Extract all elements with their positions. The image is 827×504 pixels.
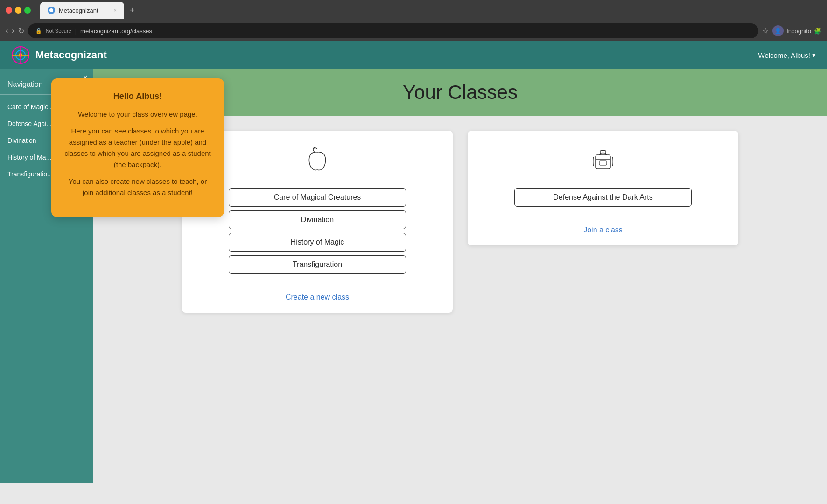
- profile-button[interactable]: 👤 Incognito 🧩: [772, 25, 821, 36]
- tooltip-paragraph-2: Here you can see classes to which you ar…: [64, 126, 211, 170]
- svg-rect-5: [596, 155, 610, 169]
- minimize-button[interactable]: [15, 7, 21, 14]
- tooltip-paragraph-3: You can also create new classes to teach…: [64, 176, 211, 198]
- tab-title: Metacognizant: [59, 7, 110, 14]
- bookmark-button[interactable]: ☆: [762, 27, 769, 35]
- tooltip-paragraph-1: Welcome to your class overview page.: [64, 109, 211, 120]
- maximize-button[interactable]: [24, 7, 31, 14]
- svg-rect-6: [599, 161, 607, 165]
- transfiguration-button[interactable]: Transfiguration: [229, 255, 406, 274]
- forward-button[interactable]: ›: [12, 27, 14, 35]
- welcome-caret-icon: ▾: [812, 51, 816, 59]
- welcome-tooltip: Hello Albus! Welcome to your class overv…: [51, 78, 224, 217]
- divination-button[interactable]: Divination: [229, 210, 406, 229]
- tooltip-title: Hello Albus!: [64, 91, 211, 101]
- create-new-class-link[interactable]: Create a new class: [286, 293, 349, 301]
- apple-icon: [303, 146, 331, 179]
- back-button[interactable]: ‹: [6, 27, 8, 35]
- browser-tab[interactable]: Metacognizant ×: [40, 2, 124, 19]
- student-card: Defense Against the Dark Arts Join a cla…: [468, 131, 738, 245]
- teacher-card-divider: [193, 287, 442, 287]
- student-card-divider: [479, 220, 727, 220]
- welcome-menu[interactable]: Welcome, Albus! ▾: [758, 51, 816, 59]
- profile-avatar: 👤: [772, 25, 784, 36]
- app-title: Metacognizant: [35, 49, 758, 61]
- join-class-link[interactable]: Join a class: [583, 226, 623, 234]
- history-of-magic-button[interactable]: History of Magic: [229, 233, 406, 252]
- main-content: Your Classes Care of Magical Creatures D: [93, 69, 827, 483]
- reload-button[interactable]: ↻: [18, 27, 24, 35]
- page-title: Your Classes: [403, 81, 518, 104]
- app-header: Metacognizant Welcome, Albus! ▾: [0, 41, 827, 69]
- welcome-text: Welcome, Albus!: [758, 51, 810, 59]
- app-logo: [11, 46, 30, 64]
- not-secure-label: Not Secure: [46, 28, 71, 34]
- profile-label: Incognito: [786, 28, 811, 35]
- defense-against-dark-arts-button[interactable]: Defense Against the Dark Arts: [514, 188, 692, 207]
- close-button[interactable]: [6, 7, 12, 14]
- profile-icon-ext: 🧩: [814, 28, 821, 35]
- lock-icon: 🔒: [35, 28, 42, 34]
- tab-close-button[interactable]: ×: [114, 7, 117, 13]
- new-tab-button[interactable]: +: [126, 4, 139, 17]
- tab-favicon: [48, 7, 55, 14]
- care-of-magical-creatures-button[interactable]: Care of Magical Creatures: [229, 188, 406, 207]
- address-bar[interactable]: 🔒 Not Secure | metacognizant.org/classes: [28, 23, 759, 38]
- backpack-icon: [589, 146, 617, 179]
- url-separator: |: [75, 28, 77, 35]
- url-address: metacognizant.org/classes: [80, 28, 152, 35]
- traffic-lights: [6, 7, 31, 14]
